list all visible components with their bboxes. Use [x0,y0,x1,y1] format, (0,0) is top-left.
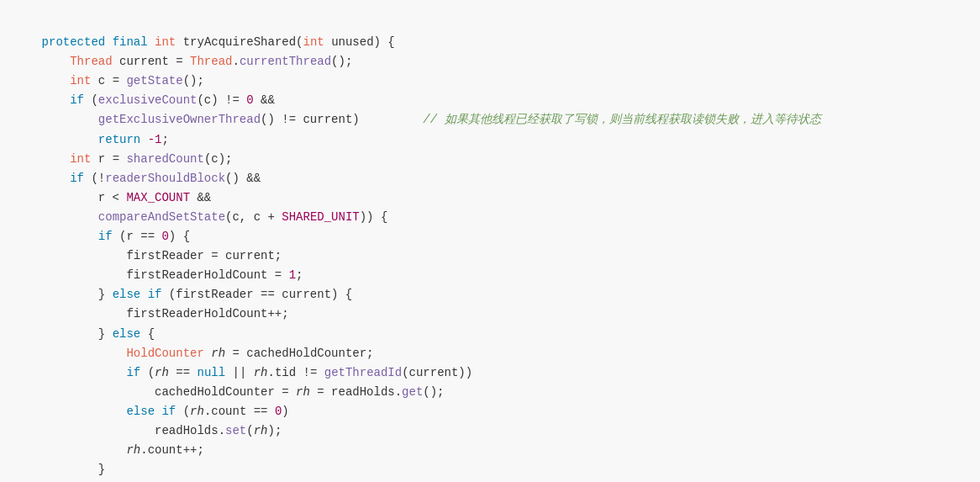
code-container[interactable]: protected final int tryAcquireShared(int… [0,0,980,482]
code-block: protected final int tryAcquireShared(int… [13,13,963,482]
